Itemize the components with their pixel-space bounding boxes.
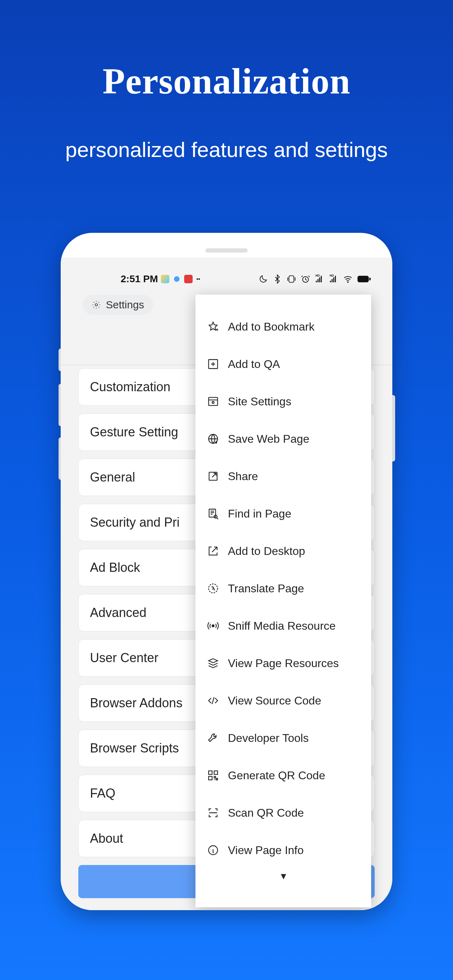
svg-point-7 <box>95 304 98 306</box>
status-bar: 2:51 PM ·· HD HD <box>61 271 392 287</box>
row-label: Customization <box>90 380 170 395</box>
plus-box-icon <box>206 357 220 371</box>
row-label: Browser Scripts <box>90 741 179 756</box>
row-label: FAQ <box>90 786 115 801</box>
alarm-icon <box>300 274 310 284</box>
moon-icon <box>258 274 268 284</box>
arrow-out-box-icon <box>206 544 220 558</box>
menu-translate[interactable]: Translate Page <box>196 570 371 607</box>
menu-label: Save Web Page <box>228 433 309 445</box>
battery-icon <box>357 274 371 284</box>
svg-point-15 <box>208 584 218 593</box>
signal-hd-2-icon: HD <box>329 274 339 284</box>
code-icon <box>206 694 220 708</box>
svg-point-10 <box>212 401 214 404</box>
hero-title: Personalization <box>0 60 453 102</box>
menu-label: Scan QR Code <box>228 807 304 819</box>
context-menu: Add to Bookmark Add to QA Site Settings … <box>196 294 371 907</box>
translate-icon <box>206 581 220 595</box>
row-label: Security and Pri <box>90 515 180 530</box>
status-right-icons: HD HD <box>258 274 371 284</box>
menu-label: Find in Page <box>228 507 291 520</box>
notif-icon-2 <box>173 275 181 283</box>
doc-search-icon <box>206 507 220 521</box>
row-label: Gesture Setting <box>90 425 178 439</box>
stack-icon <box>206 656 220 670</box>
row-label: Browser Addons <box>90 696 183 711</box>
svg-text:HD: HD <box>329 274 334 277</box>
menu-add-desktop[interactable]: Add to Desktop <box>196 532 371 570</box>
settings-breadcrumb[interactable]: Settings <box>83 295 153 315</box>
menu-label: Add to Bookmark <box>228 320 314 333</box>
share-out-icon <box>206 469 220 483</box>
svg-point-4 <box>347 282 348 283</box>
svg-rect-6 <box>369 278 371 280</box>
globe-down-icon <box>206 432 220 446</box>
menu-label: View Page Info <box>228 844 304 857</box>
notif-icon-1 <box>161 275 169 283</box>
menu-scan-qr[interactable]: Scan QR Code <box>196 794 371 832</box>
menu-label: Generate QR Code <box>228 769 325 782</box>
chevron-down-icon[interactable]: ▾ <box>196 869 371 882</box>
wrench-icon <box>206 731 220 745</box>
svg-rect-17 <box>208 771 212 774</box>
menu-save-page[interactable]: Save Web Page <box>196 420 371 458</box>
signal-hd-1-icon: HD <box>315 274 324 284</box>
vibrate-icon <box>286 274 296 284</box>
menu-dev-tools[interactable]: Developer Tools <box>196 719 371 757</box>
row-label: Advanced <box>90 605 146 620</box>
status-time: 2:51 PM <box>121 274 158 285</box>
row-label: User Center <box>90 651 158 665</box>
qr-icon <box>206 768 220 783</box>
menu-sniff-media[interactable]: Sniff Media Resource <box>196 607 371 644</box>
row-label: Ad Block <box>90 560 140 575</box>
menu-site-settings[interactable]: Site Settings <box>196 383 371 420</box>
menu-label: Site Settings <box>228 395 291 408</box>
menu-label: Add to Desktop <box>228 545 305 558</box>
svg-rect-19 <box>208 776 212 780</box>
row-label: General <box>90 470 135 485</box>
menu-label: View Source Code <box>228 694 321 707</box>
bluetooth-icon <box>272 274 282 284</box>
info-icon <box>206 843 220 857</box>
phone-frame: 2:51 PM ·· HD HD Settings Customization … <box>61 233 392 910</box>
menu-page-resources[interactable]: View Page Resources <box>196 644 371 682</box>
menu-share[interactable]: Share <box>196 458 371 495</box>
menu-label: Share <box>228 470 258 483</box>
menu-label: Add to QA <box>228 358 280 371</box>
menu-find-page[interactable]: Find in Page <box>196 495 371 532</box>
menu-label: View Page Resources <box>228 657 339 670</box>
more-notif-icon: ·· <box>196 274 200 285</box>
radio-icon <box>206 619 220 633</box>
svg-rect-5 <box>358 276 369 283</box>
scan-icon <box>206 806 220 820</box>
gear-icon <box>92 300 101 309</box>
svg-point-16 <box>212 625 214 627</box>
row-label: About <box>90 831 123 846</box>
menu-gen-qr[interactable]: Generate QR Code <box>196 757 371 794</box>
menu-source-code[interactable]: View Source Code <box>196 682 371 719</box>
menu-label: Translate Page <box>228 582 304 595</box>
status-left-icons: ·· <box>161 274 200 285</box>
svg-rect-0 <box>289 276 294 283</box>
settings-label: Settings <box>106 299 144 311</box>
browser-gear-icon <box>206 395 220 409</box>
menu-label: Developer Tools <box>228 732 309 745</box>
svg-rect-18 <box>214 771 218 774</box>
menu-label: Sniff Media Resource <box>228 619 335 633</box>
menu-page-info[interactable]: View Page Info <box>196 832 371 869</box>
svg-text:HD: HD <box>315 274 319 277</box>
menu-add-qa[interactable]: Add to QA <box>196 345 371 383</box>
hero-subtitle: personalized features and settings <box>0 138 453 162</box>
phone-notch <box>205 248 248 253</box>
wifi-icon <box>343 274 353 284</box>
star-plus-icon <box>206 320 220 334</box>
menu-add-bookmark[interactable]: Add to Bookmark <box>196 308 371 345</box>
notif-icon-3 <box>184 275 192 283</box>
